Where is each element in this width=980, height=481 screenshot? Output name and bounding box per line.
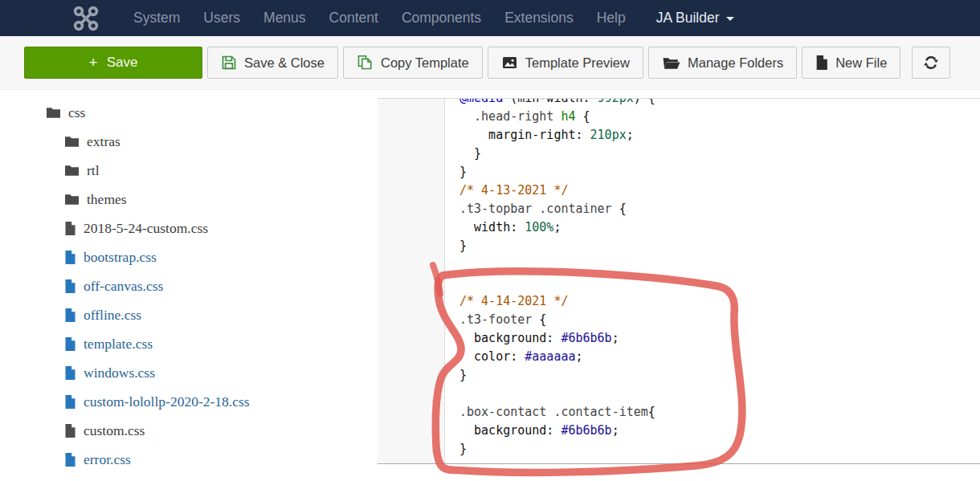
tree-folder-css[interactable]: css: [0, 98, 376, 127]
tree-folder-themes[interactable]: themes: [0, 185, 376, 214]
code-line-194[interactable]: 194/* 4-13-2021 */: [378, 181, 980, 200]
code-text: [445, 255, 459, 274]
folder-open-icon: [662, 55, 680, 71]
tree-file-bootstrap.css[interactable]: bootstrap.css: [0, 243, 376, 271]
code-line-195[interactable]: 195▾.t3-topbar .container {: [378, 200, 980, 218]
joomla-logo-icon[interactable]: [67, 5, 104, 32]
template-preview-button-label: Template Preview: [525, 55, 630, 71]
code-text: .head-right h4 {: [445, 108, 590, 126]
nav-item-extensions[interactable]: Extensions: [504, 10, 574, 26]
save-close-button[interactable]: Save & Close: [207, 47, 338, 79]
code-line-207[interactable]: 207 background: #6b6b6b;: [378, 422, 980, 440]
copy-template-button[interactable]: Copy Template: [343, 47, 483, 79]
save-button-label: Save: [107, 55, 138, 71]
code-line-196[interactable]: 196 width: 100%;: [378, 218, 980, 237]
code-text: margin-right: 210px;: [445, 126, 634, 145]
tree-item-label: custom-lolollp-2020-2-18.css: [84, 393, 250, 410]
code-line-202[interactable]: 202 background: #6b6b6b;: [378, 329, 980, 348]
code-text: }: [445, 440, 467, 459]
tree-item-label: off-canvas.css: [84, 278, 163, 295]
refresh-icon: [923, 55, 939, 71]
folder-icon: [64, 164, 80, 177]
tree-file-custom.css[interactable]: custom.css: [0, 416, 376, 445]
file-icon: [64, 336, 76, 352]
tree-item-label: extras: [87, 133, 120, 150]
save-button[interactable]: +Save: [24, 47, 202, 79]
nav-item-components[interactable]: Components: [402, 10, 481, 26]
nav-item-menus[interactable]: Menus: [263, 10, 306, 26]
nav-item-help[interactable]: Help: [597, 10, 626, 26]
new-file-icon: [815, 55, 828, 71]
code-line-198[interactable]: 198: [378, 255, 980, 274]
code-line-206[interactable]: 206▾.box-contact .contact-item{: [378, 403, 980, 422]
code-line-190[interactable]: 190▾ .head-right h4 {: [378, 108, 980, 126]
refresh-button[interactable]: [912, 47, 950, 79]
plus-icon: +: [89, 54, 100, 71]
tree-file-custom-lolollp-2020-2-18.css[interactable]: custom-lolollp-2020-2-18.css: [0, 387, 376, 416]
file-icon: [64, 250, 76, 265]
chevron-down-icon: [726, 17, 734, 21]
code-text: @media (min-width: 992px) {: [445, 98, 655, 108]
code-text: /* 4-14-2021 */: [445, 292, 568, 311]
code-line-201[interactable]: 201▾.t3-footer {: [378, 311, 980, 329]
file-icon: [64, 365, 76, 381]
file-tree: cssextrasrtlthemes2018-5-24-custom.cssbo…: [0, 98, 376, 481]
tree-file-windows.css[interactable]: windows.css: [0, 358, 376, 387]
code-text: width: 100%;: [445, 218, 561, 237]
floppy-icon: [221, 55, 237, 71]
main-menu: SystemUsersMenusContentComponentsExtensi…: [133, 10, 626, 26]
code-line-192[interactable]: 192 }: [378, 145, 980, 163]
code-text: .box-contact .contact-item{: [445, 403, 655, 422]
tree-folder-rtl[interactable]: rtl: [0, 156, 376, 185]
tree-folder-extras[interactable]: extras: [0, 127, 376, 156]
nav-item-system[interactable]: System: [133, 10, 180, 26]
tree-file-template.css[interactable]: template.css: [0, 329, 376, 358]
folder-icon: [46, 106, 61, 119]
code-line-189[interactable]: 189@media (min-width: 992px) {: [378, 98, 980, 108]
code-text: color: #aaaaaa;: [445, 348, 583, 366]
image-icon: [501, 55, 518, 71]
nav-item-users[interactable]: Users: [203, 10, 240, 26]
tree-item-label: error.css: [84, 451, 131, 468]
code-text: background: #6b6b6b;: [445, 422, 619, 440]
editor-gutter: [378, 99, 445, 464]
file-icon: [64, 452, 76, 467]
code-line-200[interactable]: 200/* 4-14-2021 */: [378, 292, 980, 311]
code-text: .t3-topbar .container {: [445, 200, 627, 218]
nav-item-content[interactable]: Content: [329, 10, 378, 26]
code-line-208[interactable]: 208}: [378, 440, 980, 459]
manage-folders-button[interactable]: Manage Folders: [648, 47, 797, 79]
code-line-204[interactable]: 204}: [378, 366, 980, 385]
code-line-191[interactable]: 191 margin-right: 210px;: [378, 126, 980, 145]
code-editor[interactable]: 189@media (min-width: 992px) {190▾ .head…: [378, 98, 980, 464]
file-icon: [64, 279, 76, 294]
code-line-199[interactable]: 199: [378, 274, 980, 292]
tree-file-error.css[interactable]: error.css: [0, 445, 376, 474]
code-text: background: #6b6b6b;: [445, 329, 619, 348]
code-line-205[interactable]: 205: [378, 385, 980, 403]
code-text: }: [445, 366, 467, 385]
folder-icon: [64, 193, 80, 206]
code-text: }: [445, 237, 467, 255]
code-line-193[interactable]: 193}: [378, 163, 980, 181]
file-icon: [64, 423, 76, 438]
tree-item-label: themes: [87, 191, 127, 208]
user-menu-label: JA Builder: [656, 10, 720, 26]
tree-file-off-canvas.css[interactable]: off-canvas.css: [0, 271, 376, 300]
tree-file-offline.css[interactable]: offline.css: [0, 300, 376, 329]
tree-file-partial[interactable]: [0, 474, 376, 481]
copy-template-button-label: Copy Template: [381, 55, 469, 71]
new-file-button[interactable]: New File: [802, 47, 900, 79]
tree-item-label: rtl: [87, 162, 100, 179]
code-line-203[interactable]: 203 color: #aaaaaa;: [378, 348, 980, 366]
user-menu[interactable]: JA Builder: [656, 10, 734, 26]
code-text: [445, 274, 459, 292]
tree-item-label: windows.css: [84, 365, 155, 381]
file-icon: [64, 221, 76, 236]
code-line-197[interactable]: 197}: [378, 237, 980, 255]
top-navbar: SystemUsersMenusContentComponentsExtensi…: [0, 0, 980, 36]
tree-item-label: 2018-5-24-custom.css: [84, 220, 208, 237]
folder-icon: [64, 135, 80, 148]
tree-file-2018-5-24-custom.css[interactable]: 2018-5-24-custom.css: [0, 214, 376, 243]
template-preview-button[interactable]: Template Preview: [488, 47, 643, 79]
